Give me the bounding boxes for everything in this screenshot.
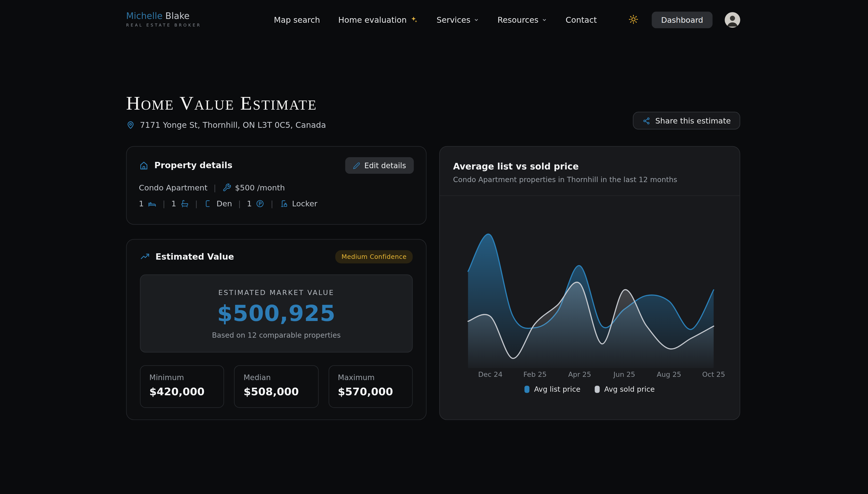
stat-minimum: Minimum $420,000: [140, 365, 224, 408]
estimated-value-card: Estimated Value Medium Confidence ESTIMA…: [126, 239, 427, 420]
page: Michelle Blake REAL ESTATE BROKER Map se…: [0, 0, 868, 494]
main-nav: Map search Home evaluation Services Reso…: [274, 15, 597, 24]
page-title: Home Value Estimate: [126, 92, 326, 115]
price-chart-svg: Dec 24Feb 25Apr 25Jun 25Aug 25Oct 25: [440, 196, 740, 382]
property-card-title: Property details: [154, 160, 232, 170]
map-pin-icon: [126, 121, 135, 130]
parking-icon: [256, 199, 264, 208]
bedrooms: 1: [139, 199, 157, 208]
nav-item-home-evaluation[interactable]: Home evaluation: [338, 15, 418, 24]
locker-icon: [279, 199, 288, 208]
property-address: 7171 Yonge St, Thornhill, ON L3T 0C5, Ca…: [126, 121, 326, 130]
svg-text:Dec 24: Dec 24: [478, 370, 503, 378]
legend-avg-list-price: Avg list price: [525, 385, 580, 394]
edit-details-button[interactable]: Edit details: [345, 157, 414, 174]
legend-avg-sold-price: Avg sold price: [595, 385, 655, 394]
wrench-icon: [222, 183, 231, 192]
den: Den: [204, 199, 232, 208]
dashboard-button[interactable]: Dashboard: [652, 11, 712, 28]
property-type: Condo Apartment: [139, 183, 208, 192]
brand-logo[interactable]: Michelle Blake REAL ESTATE BROKER: [126, 12, 201, 27]
sun-icon[interactable]: [628, 14, 639, 25]
nav-item-contact[interactable]: Contact: [566, 15, 597, 24]
market-value: $500,925: [217, 300, 336, 326]
parking: 1: [247, 199, 264, 208]
market-value-basis: Based on 12 comparable properties: [212, 330, 341, 339]
house-icon: [139, 160, 149, 170]
pencil-icon: [353, 162, 360, 169]
svg-text:Jun 25: Jun 25: [613, 370, 635, 378]
price-chart-card: Average list vs sold price Condo Apartme…: [439, 146, 740, 420]
svg-text:Oct 25: Oct 25: [702, 370, 725, 378]
share-icon: [642, 116, 650, 125]
market-value-label: ESTIMATED MARKET VALUE: [218, 288, 334, 297]
legend-swatch-list: [525, 386, 530, 393]
page-head: Home Value Estimate 7171 Yonge St, Thorn…: [126, 92, 740, 130]
legend-swatch-sold: [595, 386, 600, 393]
bathrooms: 1: [171, 199, 189, 208]
estimate-stats: Minimum $420,000 Median $508,000 Maximum…: [140, 365, 413, 408]
svg-text:Aug 25: Aug 25: [657, 370, 681, 378]
chevron-down-icon: [542, 17, 547, 22]
brand-last-name: Blake: [165, 11, 190, 21]
estimate-card-title: Estimated Value: [156, 252, 234, 262]
confidence-badge: Medium Confidence: [336, 250, 413, 263]
share-estimate-button[interactable]: Share this estimate: [633, 112, 740, 130]
property-details-card: Property details Edit details Condo Apar…: [126, 146, 427, 225]
site-header: Michelle Blake REAL ESTATE BROKER Map se…: [0, 0, 868, 39]
nav-item-map-search[interactable]: Map search: [274, 15, 320, 24]
stat-median: Median $508,000: [234, 365, 319, 408]
bathtub-icon: [180, 199, 189, 208]
svg-text:Feb 25: Feb 25: [524, 370, 547, 378]
door-icon: [204, 199, 213, 208]
sparkles-icon: [410, 15, 418, 24]
svg-text:Apr 25: Apr 25: [568, 370, 591, 378]
market-value-box: ESTIMATED MARKET VALUE $500,925 Based on…: [140, 274, 413, 353]
trending-up-icon: [140, 252, 150, 262]
brand-tagline: REAL ESTATE BROKER: [126, 23, 201, 27]
main-content: Home Value Estimate 7171 Yonge St, Thorn…: [126, 92, 740, 420]
brand-first-name: Michelle: [126, 11, 163, 21]
chart-subtitle: Condo Apartment properties in Thornhill …: [453, 175, 726, 184]
stat-maximum: Maximum $570,000: [329, 365, 413, 408]
nav-item-services[interactable]: Services: [436, 15, 479, 24]
bed-icon: [148, 199, 157, 208]
nav-item-resources[interactable]: Resources: [498, 15, 547, 24]
left-column: Property details Edit details Condo Apar…: [126, 146, 427, 420]
header-actions: Dashboard: [628, 11, 740, 28]
chevron-down-icon: [474, 17, 479, 22]
locker: Locker: [279, 199, 317, 208]
chart-legend: Avg list price Avg sold price: [440, 385, 740, 394]
chart-title: Average list vs sold price: [453, 161, 726, 172]
chart-header: Average list vs sold price Condo Apartme…: [440, 147, 740, 196]
user-avatar[interactable]: [725, 12, 740, 27]
maintenance-fee: $500 /month: [222, 183, 285, 192]
